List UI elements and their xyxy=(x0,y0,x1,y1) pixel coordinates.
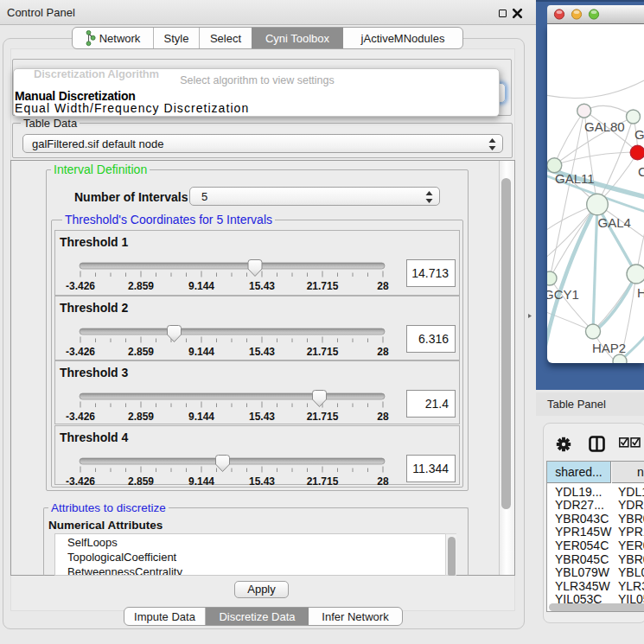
svg-text:GAL11: GAL11 xyxy=(555,171,595,186)
svg-text:C: C xyxy=(638,164,644,179)
svg-text:H: H xyxy=(637,285,644,300)
svg-text:GCY1: GCY1 xyxy=(547,287,579,302)
svg-text:GAL: GAL xyxy=(634,127,644,142)
svg-text:GAL4: GAL4 xyxy=(598,215,631,230)
svg-text:HAP2: HAP2 xyxy=(592,341,626,355)
svg-text:GAL80: GAL80 xyxy=(584,119,625,134)
